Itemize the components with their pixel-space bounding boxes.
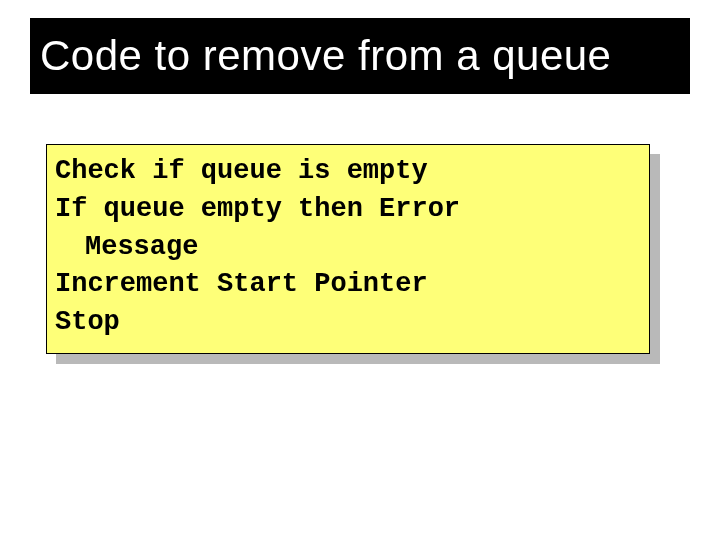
code-line-2: If queue empty then Error [55, 193, 641, 227]
title-bar: Code to remove from a queue [30, 18, 690, 94]
code-line-4: Increment Start Pointer [55, 268, 641, 302]
code-line-1: Check if queue is empty [55, 155, 641, 189]
slide-title: Code to remove from a queue [40, 32, 611, 80]
code-line-5: Stop [55, 306, 641, 340]
code-box: Check if queue is empty If queue empty t… [46, 144, 650, 354]
code-line-3: Message [55, 231, 641, 265]
